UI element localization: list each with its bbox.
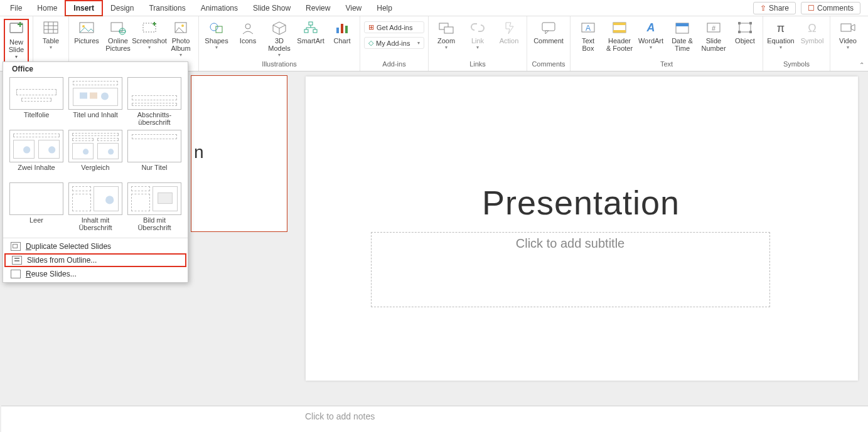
svg-rect-41 [613,23,626,25]
textbox-button[interactable]: AText Box [574,19,602,52]
title-text: Presentation [371,183,791,222]
smartart-button[interactable]: SmartArt [297,19,324,45]
audio-button[interactable]: Audio [865,19,868,51]
svg-rect-52 [749,31,752,33]
svg-text:#: # [712,24,716,32]
video-button[interactable]: Video [834,19,862,51]
svg-rect-23 [309,22,313,25]
3d-models-button[interactable]: 3D Models [265,19,293,58]
layout-titelfolie[interactable]: Titelfolie [7,76,66,129]
svg-rect-60 [80,93,87,99]
layout-zwei-inhalte[interactable]: Zwei Inhalte [7,129,66,181]
share-button[interactable]: ⇪ Share [753,2,796,14]
comments-button[interactable]: ☐ Comments [801,2,860,14]
online-pictures-icon [109,20,127,35]
slide-canvas-area: Presentation Click to add subtitle [295,71,868,406]
slide-number-button[interactable]: #Slide Number [700,19,727,52]
group-text: AText Box Header & Footer AWordArt Date … [571,16,763,71]
link-button[interactable]: Link [464,19,491,51]
panel-header: Office [3,62,188,76]
addin-icon: ◇ [368,39,373,47]
smartart-icon [302,20,319,35]
header-footer-icon [611,20,628,35]
object-icon [736,20,754,35]
tab-animations[interactable]: Animations [193,1,245,15]
store-icon: ⊞ [368,23,374,31]
table-label: Table [43,37,59,51]
group-illustrations: Shapes Icons 3D Models SmartArt Chart Il… [199,16,360,71]
svg-marker-35 [506,23,513,34]
slide-canvas[interactable]: Presentation Click to add subtitle [306,76,858,381]
subtitle-placeholder[interactable]: Click to add subtitle [371,232,770,307]
notes-pane[interactable]: Click to add notes [1,406,868,432]
title-placeholder[interactable]: Presentation [371,183,791,222]
layout-titel-und-inhalt[interactable]: Titel und Inhalt [66,76,125,129]
reuse-icon [11,270,21,278]
group-comments: Comment Comments [527,16,571,71]
svg-rect-36 [542,23,555,31]
group-text-label: Text [660,58,673,71]
chart-button[interactable]: Chart [328,19,356,45]
svg-point-65 [83,149,88,154]
ribbon-tabs: File Home Insert Design Transitions Anim… [0,0,868,16]
svg-rect-68 [158,193,173,204]
photo-album-button[interactable]: Photo Album [167,19,195,58]
layout-abschnittsueberschrift[interactable]: Abschnitts- überschrift [125,76,184,129]
pictures-button[interactable]: Pictures [73,19,100,45]
svg-marker-56 [851,24,855,31]
action-button[interactable]: Action [495,19,523,45]
comment-button[interactable]: Comment [531,19,566,45]
tab-help[interactable]: Help [369,1,400,15]
layout-inhalt-mit-ueberschrift[interactable]: Inhalt mit Überschrift [66,181,125,234]
svg-rect-50 [749,22,752,24]
layout-leer[interactable]: Leer [7,181,66,234]
object-button[interactable]: Object [731,19,759,45]
reuse-slides-item[interactable]: Reuse Slides... [3,267,188,281]
screenshot-button[interactable]: Screenshot [136,19,163,51]
layout-grid: Titelfolie Titel und Inhalt Abschnitts- … [3,76,188,236]
subtitle-text: Click to add subtitle [516,236,624,307]
zoom-icon [437,20,455,35]
duplicate-slides-item[interactable]: Duplicate Selected Slides [3,240,188,253]
symbol-button[interactable]: ΩSymbol [798,19,826,45]
tab-file[interactable]: File [3,1,29,15]
collapse-ribbon-icon[interactable]: ⌃ [859,61,864,68]
layout-vergleich[interactable]: Vergleich [66,129,125,181]
datetime-button[interactable]: Date & Time [668,19,696,52]
tab-transitions[interactable]: Transitions [141,1,193,15]
textbox-icon: A [579,20,597,35]
my-addins-button[interactable]: ◇My Add-ins▾ [364,37,424,49]
svg-rect-3 [44,22,58,33]
tab-insert[interactable]: Insert [65,0,103,16]
svg-rect-16 [175,23,186,33]
shapes-button[interactable]: Shapes [203,19,230,51]
slide-thumbnail[interactable]: n [191,75,287,232]
tab-view[interactable]: View [338,1,369,15]
wordart-button[interactable]: AWordArt [637,19,665,51]
header-footer-button[interactable]: Header & Footer [606,19,633,52]
slides-from-outline-item[interactable]: Slides from Outline... [4,253,186,267]
group-symbols-label: Symbols [783,58,810,71]
zoom-button[interactable]: Zoom [432,19,460,51]
group-comments-label: Comments [532,58,565,71]
layout-bild-mit-ueberschrift[interactable]: Bild mit Überschrift [125,181,184,234]
svg-text:A: A [586,24,591,33]
svg-rect-8 [80,23,94,33]
online-pictures-button[interactable]: Online Pictures [104,19,132,52]
get-addins-button[interactable]: ⊞Get Add-ins [364,21,424,33]
layout-nur-titel[interactable]: Nur Titel [125,129,184,181]
svg-rect-51 [738,31,741,33]
equation-button[interactable]: πEquation [767,19,795,51]
tab-home[interactable]: Home [29,1,65,15]
new-slide-button[interactable]: New Slide ▾ [4,19,29,63]
group-links-label: Links [469,58,486,71]
tab-slideshow[interactable]: Slide Show [245,1,298,15]
table-button[interactable]: Table [37,19,65,51]
icons-button[interactable]: Icons [234,19,262,45]
tab-design[interactable]: Design [103,1,141,15]
svg-rect-34 [444,27,453,33]
equation-icon: π [772,20,790,35]
svg-point-67 [105,196,114,204]
tab-review[interactable]: Review [298,1,338,15]
action-icon [500,20,518,35]
